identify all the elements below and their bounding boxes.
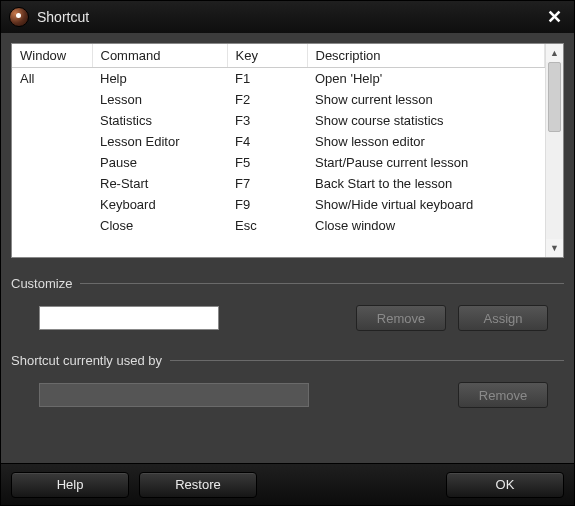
table-row[interactable]: LessonF2Show current lesson [12,89,545,110]
table-row[interactable]: KeyboardF9Show/Hide virtual keyboard [12,194,545,215]
cell-command: Pause [92,152,227,173]
table-row[interactable]: AllHelpF1Open 'Help' [12,68,545,90]
cell-window [12,215,92,236]
customize-assign-button[interactable]: Assign [458,305,548,331]
dialog-footer: Help Restore OK [1,463,574,505]
cell-key: F5 [227,152,307,173]
cell-description: Open 'Help' [307,68,545,90]
app-icon [9,7,29,27]
scroll-track[interactable] [546,62,563,239]
cell-key: F9 [227,194,307,215]
customize-remove-button[interactable]: Remove [356,305,446,331]
cell-key: F3 [227,110,307,131]
cell-window [12,194,92,215]
cell-description: Close window [307,215,545,236]
col-window[interactable]: Window [12,44,92,68]
shortcut-table[interactable]: Window Command Key Description AllHelpF1… [12,44,545,236]
cell-key: F4 [227,131,307,152]
used-by-input [39,383,309,407]
cell-description: Start/Pause current lesson [307,152,545,173]
divider [170,360,564,361]
cell-description: Show course statistics [307,110,545,131]
used-by-group: Shortcut currently used by Remove [11,353,564,412]
used-by-legend: Shortcut currently used by [11,353,162,368]
divider [80,283,564,284]
table-row[interactable]: CloseEscClose window [12,215,545,236]
cell-key: Esc [227,215,307,236]
table-row[interactable]: StatisticsF3Show course statistics [12,110,545,131]
table-scrollbar[interactable]: ▲ ▼ [545,44,563,257]
cell-window [12,110,92,131]
cell-description: Show lesson editor [307,131,545,152]
cell-window [12,89,92,110]
table-row[interactable]: Re-StartF7Back Start to the lesson [12,173,545,194]
cell-description: Show/Hide virtual keyboard [307,194,545,215]
cell-key: F2 [227,89,307,110]
cell-command: Lesson [92,89,227,110]
cell-command: Help [92,68,227,90]
table-row[interactable]: Lesson EditorF4Show lesson editor [12,131,545,152]
cell-window [12,152,92,173]
help-button[interactable]: Help [11,472,129,498]
cell-description: Back Start to the lesson [307,173,545,194]
titlebar: Shortcut ✕ [1,1,574,33]
customize-legend: Customize [11,276,72,291]
cell-key: F1 [227,68,307,90]
restore-button[interactable]: Restore [139,472,257,498]
client-area: Window Command Key Description AllHelpF1… [1,33,574,463]
cell-command: Close [92,215,227,236]
customize-shortcut-input[interactable] [39,306,219,330]
cell-command: Statistics [92,110,227,131]
shortcut-table-container: Window Command Key Description AllHelpF1… [11,43,564,258]
col-command[interactable]: Command [92,44,227,68]
customize-group: Customize Remove Assign [11,276,564,335]
window-title: Shortcut [37,9,543,25]
cell-key: F7 [227,173,307,194]
table-header-row: Window Command Key Description [12,44,545,68]
close-icon[interactable]: ✕ [543,6,566,28]
col-description[interactable]: Description [307,44,545,68]
cell-command: Keyboard [92,194,227,215]
scroll-up-icon[interactable]: ▲ [546,44,563,62]
cell-command: Re-Start [92,173,227,194]
cell-window: All [12,68,92,90]
table-row[interactable]: PauseF5Start/Pause current lesson [12,152,545,173]
cell-window [12,173,92,194]
scroll-down-icon[interactable]: ▼ [546,239,563,257]
cell-description: Show current lesson [307,89,545,110]
used-by-remove-button[interactable]: Remove [458,382,548,408]
cell-command: Lesson Editor [92,131,227,152]
cell-window [12,131,92,152]
scroll-thumb[interactable] [548,62,561,132]
col-key[interactable]: Key [227,44,307,68]
ok-button[interactable]: OK [446,472,564,498]
shortcut-dialog: Shortcut ✕ Window Command Key Descriptio… [0,0,575,506]
